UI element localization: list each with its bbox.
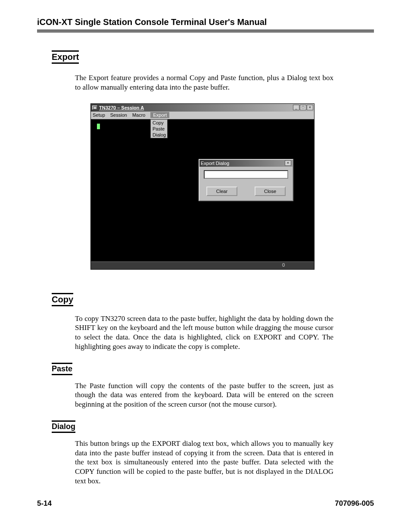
export-menu-dialog[interactable]: Dialog <box>151 132 167 138</box>
app-window: TN3270 – Session A _ □ × Setup Session M… <box>90 103 314 270</box>
titlebar[interactable]: TN3270 – Session A _ □ × <box>91 104 314 112</box>
para-dialog: This button brings up the EXPORT dialog … <box>75 439 333 486</box>
export-menu-paste[interactable]: Paste <box>151 126 167 132</box>
export-dialog-titlebar[interactable]: Export Dialog × <box>199 160 293 167</box>
heading-export: Export <box>52 50 79 64</box>
export-dialog-close-icon[interactable]: × <box>285 160 291 166</box>
export-menu-copy[interactable]: Copy <box>151 120 167 126</box>
statusbar: 0 <box>91 261 314 269</box>
embedded-screenshot: TN3270 – Session A _ □ × Setup Session M… <box>90 103 374 270</box>
para-copy: To copy TN3270 screen data to the paste … <box>75 314 333 352</box>
app-icon <box>92 105 97 110</box>
minimize-button[interactable]: _ <box>293 105 299 110</box>
export-dialog-window[interactable]: Export Dialog × Clear Close <box>199 159 293 201</box>
terminal-cursor <box>97 124 100 129</box>
menu-session[interactable]: Session <box>110 112 127 118</box>
export-dialog-clear-button[interactable]: Clear <box>206 187 237 196</box>
running-header: iCON-XT Single Station Console Terminal … <box>37 17 374 30</box>
export-dialog-input[interactable] <box>204 170 288 179</box>
footer-page-number: 5-14 <box>37 499 52 508</box>
window-title: TN3270 – Session A <box>99 105 144 110</box>
menu-setup[interactable]: Setup <box>93 112 105 118</box>
terminal-client-area[interactable]: Copy Paste Dialog Export Dialog × Clear <box>91 119 314 261</box>
header-rule <box>37 30 374 32</box>
status-indicator-zero: 0 <box>282 262 285 268</box>
heading-paste: Paste <box>52 363 72 375</box>
para-paste: The Paste function will copy the content… <box>75 381 333 409</box>
menubar: Setup Session Macro Export <box>91 112 314 119</box>
close-button[interactable]: × <box>307 105 313 110</box>
heading-copy: Copy <box>52 293 73 306</box>
footer-doc-number: 707096-005 <box>335 499 374 508</box>
para-export: The Export feature provides a normal Cop… <box>75 73 333 92</box>
menu-macro[interactable]: Macro <box>132 112 146 118</box>
export-dropdown: Copy Paste Dialog <box>150 119 168 138</box>
menu-export[interactable]: Export <box>150 112 169 118</box>
heading-dialog: Dialog <box>52 420 75 433</box>
maximize-button[interactable]: □ <box>300 105 306 110</box>
export-dialog-title: Export Dialog <box>201 161 229 166</box>
export-dialog-close-button[interactable]: Close <box>255 187 286 196</box>
